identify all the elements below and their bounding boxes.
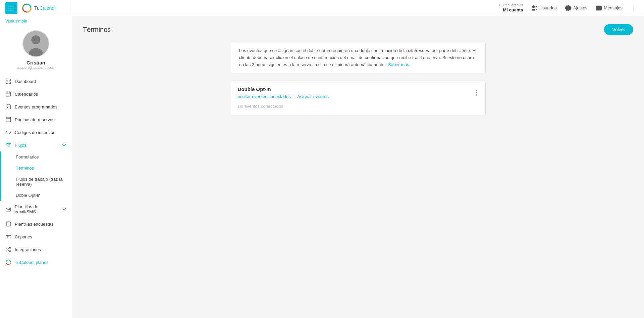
user-name: Cristian xyxy=(26,60,45,65)
avatar xyxy=(22,30,49,57)
kebab-menu-button[interactable] xyxy=(475,90,479,96)
sidebar-item-plantillas-encuestas-label: Plantillas encuestas xyxy=(15,222,53,227)
sidebar-item-calendarios[interactable]: Calendarios xyxy=(0,88,72,100)
svg-line-40 xyxy=(7,250,9,251)
header-usuarios[interactable]: Usuarios xyxy=(531,5,556,11)
integrations-icon xyxy=(5,246,11,253)
sidebar-item-codigos-label: Códigos de inserción xyxy=(15,130,55,135)
email-template-icon xyxy=(5,206,11,212)
volver-button[interactable]: Volver xyxy=(604,24,633,35)
sidebar-item-flujos[interactable]: Flujos xyxy=(0,139,72,151)
avatar-image xyxy=(23,30,49,57)
header-ajustes[interactable]: Ajustes xyxy=(565,5,588,11)
info-box: Los eventos que se asignan con el doble … xyxy=(231,42,486,74)
logo-icon xyxy=(21,3,32,13)
opt-in-info: Double Opt-In ocultar eventos conectados… xyxy=(238,86,329,99)
sidebar: TuCalendi Vista simple Cristian support@… xyxy=(0,0,72,318)
sidebar-item-integraciones[interactable]: Integraciones xyxy=(0,243,72,256)
svg-rect-16 xyxy=(6,105,11,109)
main-wrapper: Current account Mi cuenta Usuarios Ajust… xyxy=(72,0,644,318)
survey-icon xyxy=(5,221,11,227)
svg-point-47 xyxy=(634,9,635,10)
sidebar-item-plantillas-encuestas[interactable]: Plantillas encuestas xyxy=(0,218,72,230)
sidebar-item-terminos[interactable]: Términos xyxy=(1,163,72,174)
sidebar-item-paginas[interactable]: Páginas de reservas xyxy=(0,113,72,126)
svg-rect-20 xyxy=(7,107,8,108)
header-more-menu[interactable] xyxy=(631,5,637,11)
opt-in-links: ocultar eventos conectados | Asignar eve… xyxy=(238,94,329,99)
svg-rect-33 xyxy=(6,235,11,238)
svg-rect-8 xyxy=(6,79,8,81)
sidebar-item-integraciones-label: Integraciones xyxy=(15,247,41,252)
sidebar-item-flujos-label: Flujos xyxy=(15,143,26,148)
mensajes-icon xyxy=(595,5,602,11)
sidebar-topbar: TuCalendi xyxy=(0,0,72,16)
page-header: Términos Volver xyxy=(83,24,633,35)
logo-text: TuCalendi xyxy=(34,5,55,11)
usuarios-label: Usuarios xyxy=(539,5,556,10)
mi-cuenta-link[interactable]: Mi cuenta xyxy=(503,7,523,13)
coupon-icon xyxy=(5,234,11,240)
mensajes-label: Mensajes xyxy=(604,5,623,10)
flujos-submenu: Formularios Términos Flujos de trabajo (… xyxy=(0,151,72,201)
sidebar-item-tucalendi-planes[interactable]: TuCalendi planes xyxy=(0,256,72,269)
more-icon xyxy=(631,5,637,11)
content-area: Términos Volver Los eventos que se asign… xyxy=(72,16,644,318)
sidebar-item-paginas-label: Páginas de reservas xyxy=(15,117,55,122)
calendar-icon xyxy=(5,91,11,97)
usuarios-icon xyxy=(531,5,538,11)
ajustes-label: Ajustes xyxy=(573,5,588,10)
svg-point-37 xyxy=(9,247,11,248)
current-account-label: Current account xyxy=(499,3,523,7)
svg-point-46 xyxy=(634,7,635,8)
separator: | xyxy=(293,94,294,99)
sidebar-item-eventos[interactable]: Eventos programados xyxy=(0,100,72,113)
svg-point-23 xyxy=(6,143,7,144)
svg-point-1 xyxy=(25,7,28,9)
opt-in-title: Double Opt-In xyxy=(238,86,329,92)
svg-rect-12 xyxy=(6,92,11,96)
svg-point-24 xyxy=(10,143,11,144)
svg-rect-9 xyxy=(9,79,11,81)
sidebar-item-formularios[interactable]: Formularios xyxy=(1,151,72,163)
user-email: support@tucalendi.com xyxy=(16,65,55,70)
header-mensajes[interactable]: Mensajes xyxy=(595,5,623,11)
event-icon xyxy=(5,104,11,110)
opt-in-header: Double Opt-In ocultar eventos conectados… xyxy=(238,86,479,99)
svg-point-45 xyxy=(634,5,635,6)
svg-line-39 xyxy=(7,248,9,249)
empty-events-label: sin eventos conectados xyxy=(238,102,479,110)
sidebar-item-codigos[interactable]: Códigos de inserción xyxy=(0,126,72,139)
logo: TuCalendi xyxy=(21,3,55,13)
sidebar-item-dashboard-label: Dashboard xyxy=(15,79,36,84)
sidebar-item-tucalendi-planes-label: TuCalendi planes xyxy=(15,260,49,265)
header: Current account Mi cuenta Usuarios Ajust… xyxy=(72,0,644,16)
sidebar-item-cupones[interactable]: Cupones xyxy=(0,230,72,243)
flujos-chevron-icon xyxy=(62,143,66,147)
sidebar-item-dashboard[interactable]: Dashboard xyxy=(0,75,72,88)
svg-point-35 xyxy=(8,236,9,237)
svg-point-36 xyxy=(6,249,7,250)
pages-icon xyxy=(5,117,11,123)
sidebar-item-eventos-label: Eventos programados xyxy=(15,104,57,109)
header-account[interactable]: Current account Mi cuenta xyxy=(499,3,523,13)
asignar-eventos-link[interactable]: Asignar eventos xyxy=(297,94,328,99)
logo-tu: Tu xyxy=(34,5,40,11)
svg-point-25 xyxy=(8,146,9,147)
ocultar-eventos-link[interactable]: ocultar eventos conectados xyxy=(238,94,291,99)
vista-simple-link[interactable]: Vista simple xyxy=(0,16,72,25)
dashboard-icon xyxy=(5,78,11,84)
code-icon xyxy=(5,129,11,135)
sidebar-item-doble-opt-in[interactable]: Doble Opt-In xyxy=(1,190,72,201)
svg-point-43 xyxy=(536,6,537,7)
double-opt-in-card: Double Opt-In ocultar eventos conectados… xyxy=(231,81,486,116)
sidebar-item-flujos-trabajo[interactable]: Flujos de trabajo (tras la reserva) xyxy=(1,174,72,190)
svg-point-42 xyxy=(533,5,535,8)
saber-mas-link[interactable]: Saber más xyxy=(388,62,409,67)
svg-rect-10 xyxy=(6,82,8,84)
sidebar-item-plantillas-email[interactable]: Plantillas de email/SMS xyxy=(0,201,72,218)
sidebar-item-calendarios-label: Calendarios xyxy=(15,92,38,97)
svg-rect-11 xyxy=(9,82,11,84)
svg-rect-21 xyxy=(6,117,11,122)
hamburger-button[interactable] xyxy=(5,2,17,14)
